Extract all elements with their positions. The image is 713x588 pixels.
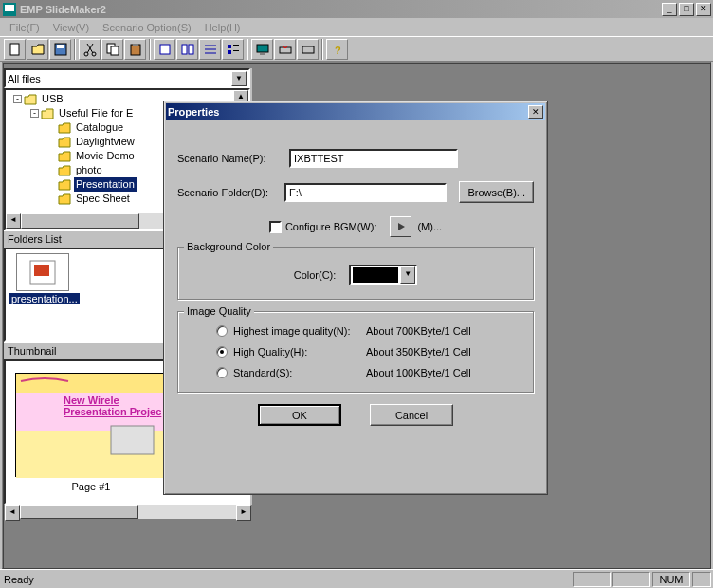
color-combo[interactable]: ▼ (349, 265, 417, 285)
scroll-left-icon[interactable]: ◄ (6, 213, 21, 229)
quality-highest-radio[interactable] (216, 325, 228, 337)
thumb-scrollbar[interactable]: ◄ ► (4, 505, 252, 520)
menubar: File(F) View(V) Scenario Option(S) Help(… (0, 18, 713, 36)
svg-rect-17 (228, 45, 231, 48)
tree-label: Daylightview (74, 135, 137, 149)
tree-label: Catalogue (74, 120, 125, 135)
expand-icon[interactable]: - (13, 95, 22, 103)
tree-label: Presentation (74, 177, 137, 192)
toolbar: ? (0, 36, 713, 62)
status-cell (573, 572, 611, 587)
close-button[interactable]: ✕ (696, 3, 711, 16)
copy-button[interactable] (101, 39, 123, 60)
quality-highest-info: About 700KByte/1 Cell (366, 325, 471, 337)
image-quality-group: Image Quality Highest image quality(N): … (177, 311, 534, 393)
svg-rect-31 (111, 426, 154, 454)
monitor-button[interactable] (251, 39, 273, 60)
dialog-title: Properties (168, 106, 526, 118)
open-button[interactable] (27, 39, 48, 60)
quality-high-label: High Quality(H): (233, 346, 366, 358)
file-filter-value: All files (8, 73, 231, 84)
svg-rect-10 (133, 44, 138, 46)
svg-rect-28 (16, 374, 168, 393)
svg-rect-11 (160, 45, 170, 54)
statusbar: Ready NUM (0, 569, 713, 588)
tool4-button[interactable] (222, 39, 244, 60)
file-label: presentation... (9, 293, 80, 304)
tree-label: Spec Sheet (74, 192, 132, 206)
menu-file[interactable]: File(F) (4, 20, 46, 35)
main-titlebar: EMP SlideMaker2 _ □ ✕ (0, 0, 713, 18)
color-label: Color(C): (294, 269, 337, 281)
configure-bgm-checkbox[interactable] (269, 221, 282, 233)
new-button[interactable] (4, 39, 26, 60)
svg-point-5 (84, 52, 88, 56)
svg-rect-21 (257, 45, 268, 52)
minimize-button[interactable]: _ (662, 3, 677, 16)
svg-rect-4 (57, 45, 64, 48)
chevron-down-icon[interactable]: ▼ (400, 266, 415, 284)
window-title: EMP SlideMaker2 (20, 4, 660, 15)
configure-bgm-label: Configure BGM(W): (285, 221, 377, 232)
menu-help[interactable]: Help(H) (199, 20, 247, 35)
svg-rect-19 (233, 45, 239, 46)
color-swatch (353, 267, 398, 283)
slide-caption-1: Page #1 (15, 481, 167, 492)
tool2-button[interactable] (176, 39, 198, 60)
file-filter-combo[interactable]: All files ▼ (4, 68, 250, 88)
quality-high-radio[interactable] (216, 346, 228, 358)
quality-standard-info: About 100KByte/1 Cell (366, 367, 471, 378)
dialog-titlebar[interactable]: Properties ✕ (166, 103, 545, 120)
menu-scenario[interactable]: Scenario Option(S) (97, 20, 197, 35)
menu-view[interactable]: View(V) (47, 20, 95, 35)
save-button[interactable] (49, 39, 71, 60)
cut-button[interactable] (79, 39, 101, 60)
slide-text: New Wirele (64, 395, 119, 406)
bgm-suffix: (M)... (417, 221, 442, 232)
svg-text:?: ? (335, 45, 341, 56)
ok-button[interactable]: OK (258, 404, 341, 426)
cancel-button[interactable]: Cancel (370, 404, 453, 426)
quality-standard-radio[interactable] (216, 367, 228, 378)
file-item[interactable]: presentation... (9, 253, 76, 304)
quality-high-info: About 350KByte/1 Cell (366, 346, 471, 358)
svg-rect-22 (260, 53, 265, 55)
thumb-scrollbar-h[interactable] (6, 504, 248, 505)
svg-rect-8 (111, 46, 119, 55)
status-cell (692, 572, 711, 587)
svg-rect-13 (189, 45, 193, 54)
properties-dialog: Properties ✕ Scenario Name(P): Scenario … (163, 101, 548, 495)
powerpoint-icon (16, 253, 69, 291)
paste-button[interactable] (124, 39, 146, 60)
quality-highest-label: Highest image quality(N): (233, 325, 366, 337)
dialog-close-button[interactable]: ✕ (528, 105, 543, 119)
svg-rect-24 (302, 46, 314, 53)
tree-label: USB (40, 92, 65, 106)
browse-button[interactable]: Browse(B)... (459, 181, 534, 203)
send-button[interactable] (274, 39, 296, 60)
svg-rect-27 (34, 265, 49, 276)
status-cell (612, 572, 650, 587)
scenario-name-input[interactable] (289, 149, 458, 168)
tool1-button[interactable] (154, 39, 175, 60)
status-num: NUM (652, 572, 690, 587)
maximize-button[interactable]: □ (679, 3, 694, 16)
scenario-folder-input[interactable] (284, 183, 447, 202)
help-button[interactable]: ? (326, 39, 348, 60)
play-button[interactable] (390, 216, 411, 237)
svg-rect-2 (10, 44, 19, 55)
quality-group-title: Image Quality (184, 305, 254, 317)
svg-point-6 (92, 52, 96, 56)
status-text: Ready (2, 574, 571, 585)
chevron-down-icon[interactable]: ▼ (231, 71, 247, 86)
scenario-name-label: Scenario Name(P): (177, 153, 289, 164)
scroll-left-icon[interactable]: ◄ (5, 505, 20, 521)
app-icon (2, 2, 17, 17)
config-button[interactable] (297, 39, 319, 60)
slide-1[interactable]: New Wirele Presentation Projec (15, 373, 167, 477)
bg-group-title: Background Color (184, 241, 273, 252)
tool3-button[interactable] (199, 39, 221, 60)
scroll-right-icon[interactable]: ► (236, 505, 251, 521)
expand-icon[interactable]: - (30, 109, 39, 118)
tree-label: Movie Demo (74, 149, 137, 163)
